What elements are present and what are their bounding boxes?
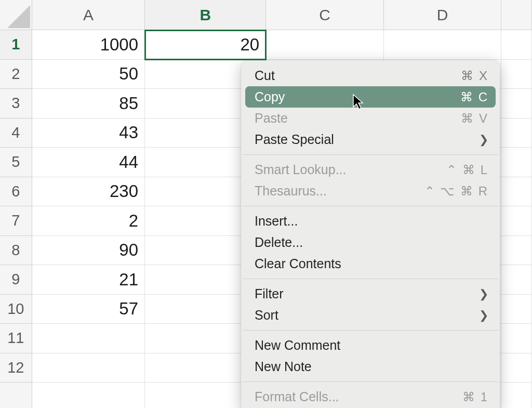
menu-label: Paste [255, 111, 288, 126]
svg-marker-0 [7, 5, 30, 28]
menu-separator [243, 206, 498, 206]
menu-item-cut[interactable]: Cut⌘ X [241, 65, 500, 86]
cell-E11[interactable] [501, 324, 532, 353]
cell-A11[interactable] [32, 324, 145, 353]
cell-C1[interactable] [266, 30, 383, 60]
cell-A4[interactable]: 43 [32, 119, 145, 148]
cell-E10[interactable] [501, 295, 532, 324]
menu-shortcut: ⌘ X [461, 69, 488, 83]
menu-label: Insert... [255, 214, 298, 229]
cell-A13[interactable] [32, 383, 145, 408]
menu-item-new-note[interactable]: New Note [241, 356, 500, 377]
menu-label: New Note [255, 359, 312, 374]
menu-label: Thesaurus... [255, 183, 327, 199]
menu-shortcut: ⌃ ⌥ ⌘ R [424, 184, 488, 199]
chevron-right-icon: ❯ [479, 309, 488, 322]
cell-E9[interactable] [501, 265, 532, 295]
column-header-row: A B C D [0, 0, 532, 30]
cell-A7[interactable]: 2 [32, 206, 145, 236]
context-menu: Cut⌘ XCopy⌘ CPaste⌘ VPaste Special❯Smart… [241, 60, 500, 408]
menu-label: Filter [255, 286, 284, 301]
menu-shortcut: ⌘ V [461, 111, 488, 126]
menu-item-paste: Paste⌘ V [241, 108, 500, 129]
row-header-7[interactable]: 7 [0, 206, 32, 236]
cell-E7[interactable] [501, 206, 532, 236]
menu-label: New Comment [255, 338, 340, 353]
menu-label: Format Cells... [255, 389, 339, 404]
menu-separator [243, 381, 498, 382]
cell-E13[interactable] [501, 383, 532, 408]
cell-A6[interactable]: 230 [32, 177, 145, 207]
chevron-right-icon: ❯ [479, 133, 488, 147]
cell-D1[interactable] [384, 30, 501, 60]
row-header-6[interactable]: 6 [0, 177, 32, 207]
menu-separator [243, 279, 498, 279]
cell-A9[interactable]: 21 [32, 265, 145, 295]
row-header-11[interactable]: 11 [0, 324, 32, 353]
row-header-12[interactable]: 12 [0, 353, 32, 383]
menu-item-new-comment[interactable]: New Comment [241, 335, 500, 356]
row-header-2[interactable]: 2 [0, 60, 32, 89]
menu-label: Cut [255, 68, 275, 83]
menu-item-sort[interactable]: Sort❯ [241, 305, 500, 326]
row-header-8[interactable]: 8 [0, 236, 32, 266]
cell-E2[interactable] [501, 60, 532, 89]
menu-label: Smart Lookup... [255, 162, 346, 177]
select-all-triangle-icon [7, 5, 30, 28]
menu-shortcut: ⌘ 1 [462, 390, 488, 404]
cell-E12[interactable] [501, 353, 532, 383]
menu-item-paste-special[interactable]: Paste Special❯ [241, 129, 500, 150]
menu-shortcut: ⌃ ⌘ L [446, 163, 488, 177]
column-header-E[interactable] [501, 0, 532, 30]
menu-shortcut: ⌘ C [460, 90, 488, 104]
cell-A5[interactable]: 44 [32, 148, 145, 177]
cell-E5[interactable] [501, 148, 532, 177]
menu-label: Paste Special [255, 132, 334, 147]
cell-A2[interactable]: 50 [32, 60, 145, 89]
menu-item-thesaurus: Thesaurus...⌃ ⌥ ⌘ R [241, 180, 500, 202]
row-header-10[interactable]: 10 [0, 295, 32, 324]
row-1: 1 1000 20 [0, 30, 532, 60]
menu-separator [243, 330, 498, 331]
cell-E8[interactable] [501, 236, 532, 266]
menu-item-clear-contents[interactable]: Clear Contents [241, 253, 500, 274]
menu-label: Copy [255, 89, 285, 104]
menu-item-delete[interactable]: Delete... [241, 232, 500, 253]
chevron-right-icon: ❯ [479, 287, 488, 301]
menu-item-insert[interactable]: Insert... [241, 210, 500, 232]
menu-label: Sort [255, 308, 278, 323]
cell-E6[interactable] [501, 177, 532, 207]
row-header-9[interactable]: 9 [0, 265, 32, 295]
row-header-5[interactable]: 5 [0, 148, 32, 177]
column-header-B[interactable]: B [145, 0, 266, 30]
column-header-D[interactable]: D [384, 0, 501, 30]
cell-E4[interactable] [501, 119, 532, 148]
menu-item-format-cells: Format Cells...⌘ 1 [241, 386, 500, 407]
column-header-C[interactable]: C [266, 0, 383, 30]
menu-separator [243, 154, 498, 155]
cell-A3[interactable]: 85 [32, 89, 145, 119]
row-header-13[interactable] [0, 383, 32, 408]
cell-A10[interactable]: 57 [32, 295, 145, 324]
row-header-4[interactable]: 4 [0, 119, 32, 148]
menu-item-smart-lookup: Smart Lookup...⌃ ⌘ L [241, 159, 500, 180]
select-all-corner[interactable] [0, 0, 32, 30]
cell-A1[interactable]: 1000 [32, 30, 145, 60]
menu-item-copy[interactable]: Copy⌘ C [245, 86, 496, 108]
cell-A12[interactable] [32, 353, 145, 383]
cell-E3[interactable] [501, 89, 532, 119]
cell-E1[interactable] [501, 30, 532, 60]
cell-B1[interactable]: 20 [145, 30, 266, 60]
column-header-A[interactable]: A [32, 0, 145, 30]
menu-label: Clear Contents [255, 256, 341, 271]
row-header-1[interactable]: 1 [0, 30, 32, 60]
cell-A8[interactable]: 90 [32, 236, 145, 266]
menu-item-filter[interactable]: Filter❯ [241, 283, 500, 305]
menu-label: Delete... [255, 235, 303, 250]
row-header-3[interactable]: 3 [0, 89, 32, 119]
